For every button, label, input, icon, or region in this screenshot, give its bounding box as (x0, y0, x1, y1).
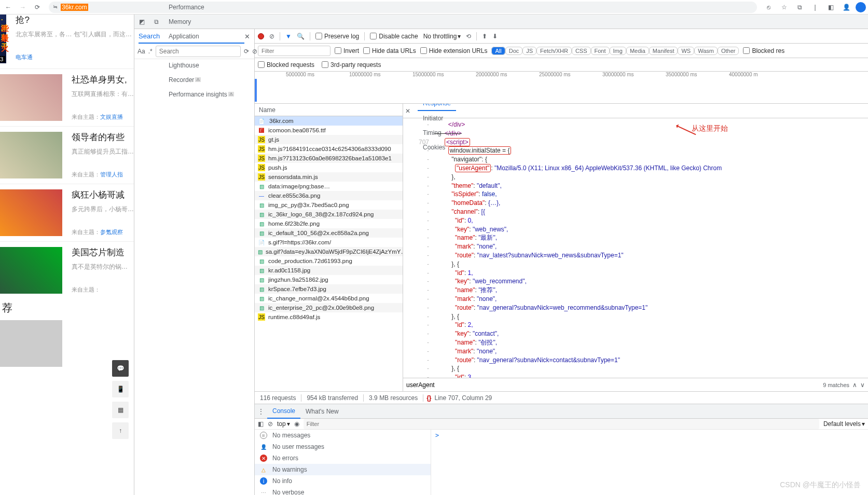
article-thumb[interactable] (0, 320, 62, 367)
request-row[interactable]: ▧ic_default_100_56@2x.ec858a2a.png (255, 228, 403, 238)
filter-pill-doc[interactable]: Doc (505, 47, 523, 55)
sidebar-toggle-icon[interactable]: ◧ (258, 420, 264, 428)
download-icon[interactable]: ⬇ (492, 33, 498, 40)
request-row[interactable]: ▧ic_change_normal@2x.4544b6bd.png (255, 294, 403, 303)
console-tab[interactable]: Console (267, 404, 300, 419)
upload-icon[interactable]: ⬆ (482, 33, 487, 40)
drawer-menu-icon[interactable]: ⋮ (255, 408, 267, 415)
hide-data-urls-checkbox[interactable]: Hide data URLs (363, 47, 416, 54)
message-filter-user[interactable]: 👤No user messages (255, 441, 431, 452)
filter-pill-wasm[interactable]: Wasm (694, 47, 718, 55)
refresh-icon[interactable]: ⟳ (244, 48, 249, 55)
request-row[interactable]: JSpush.js (255, 163, 403, 172)
blocked-requests-checkbox[interactable]: Blocked requests (258, 61, 314, 68)
topic-link[interactable]: 文娱直播 (100, 114, 123, 120)
filter-pill-img[interactable]: Img (610, 47, 626, 55)
request-row[interactable]: 📄36kr.com (255, 116, 403, 126)
inspect-icon[interactable]: ◩ (134, 18, 149, 25)
throttling-select[interactable]: No throttling ▾ (423, 33, 461, 40)
filter-pill-js[interactable]: JS (522, 47, 536, 55)
filter-input[interactable] (258, 46, 330, 56)
request-row[interactable]: JSruntime.c88d49af.js (255, 312, 403, 322)
article-title[interactable]: 抢? (16, 15, 132, 26)
preserve-log-checkbox[interactable]: Preserve log (315, 33, 359, 40)
translate-icon[interactable]: ⎋ (762, 1, 775, 13)
profile-icon[interactable]: 👤 (840, 1, 852, 13)
name-column-header[interactable]: Name (255, 104, 403, 116)
request-row[interactable]: JShm.js?713123c60a0e86982326bae1a51083e1 (255, 154, 403, 163)
request-row[interactable]: ▧kr.ad0c1158.jpg (255, 266, 403, 275)
site-info-icon[interactable]: ≒ (53, 4, 58, 10)
regex-toggle[interactable]: .* (148, 48, 153, 55)
bookmark-icon[interactable]: ☆ (778, 1, 790, 13)
request-row[interactable]: 🅵icomoon.bea08756.ttf (255, 126, 403, 135)
article-title[interactable]: 美国芯片制造 (72, 247, 132, 258)
filter-pill-manifest[interactable]: Manifest (649, 47, 678, 55)
request-row[interactable]: ▧ic_36kr_logo_68_38@2x.187cd924.png (255, 210, 403, 219)
request-row[interactable]: ▧img_pc_py@3x.7bed5ac0.png (255, 200, 403, 210)
sidepanel-icon[interactable]: ◧ (824, 1, 837, 13)
extensions-icon[interactable]: ⧉ (793, 1, 806, 13)
search-input[interactable] (156, 46, 241, 57)
filter-pill-all[interactable]: All (491, 47, 505, 55)
top-button[interactable]: ↑ (112, 422, 129, 439)
forward-button[interactable]: → (17, 1, 29, 13)
topic-link[interactable]: 管理人指 (100, 171, 123, 177)
clear-console-icon[interactable]: ⊘ (268, 420, 273, 428)
article-thumb[interactable] (0, 247, 62, 294)
filter-pill-ws[interactable]: WS (678, 47, 694, 55)
message-filter-err[interactable]: ✕No errors (255, 452, 431, 464)
message-filter-msg[interactable]: ≡No messages (255, 430, 431, 441)
search-icon[interactable]: 🔍 (297, 33, 305, 40)
next-match-icon[interactable]: ∨ (860, 381, 865, 389)
response-search-input[interactable] (406, 381, 820, 389)
context-select[interactable]: top ▾ (277, 420, 290, 428)
topic-link[interactable]: 电车通 (16, 54, 33, 60)
article-title[interactable]: 社恐单身男女, (72, 74, 134, 86)
request-row[interactable]: JSsensorsdata.min.js (255, 172, 403, 182)
log-levels-select[interactable]: Default levels ▾ (823, 420, 865, 428)
filter-pill-media[interactable]: Media (626, 47, 649, 55)
timeline[interactable]: 5000000 ms10000000 ms15000000 ms20000000… (255, 72, 868, 104)
request-row[interactable]: —clear.e855c36a.png (255, 191, 403, 200)
hide-extension-urls-checkbox[interactable]: Hide extension URLs (420, 47, 488, 54)
invert-checkbox[interactable]: Invert (335, 47, 359, 54)
filter-pill-font[interactable]: Font (591, 47, 610, 55)
wifi-icon[interactable]: ⟲ (466, 33, 471, 40)
match-case-toggle[interactable]: Aa (137, 48, 145, 55)
request-row[interactable]: JSgt.js (255, 135, 403, 144)
blocked-response-checkbox[interactable]: Blocked res (743, 47, 784, 54)
message-filter-verb[interactable]: ⋯No verbose (255, 487, 431, 495)
format-icon[interactable]: {} (423, 394, 434, 402)
close-detail-icon[interactable]: ✕ (405, 107, 416, 115)
filter-icon[interactable]: ▼ (285, 33, 292, 40)
request-row[interactable]: ▧ic_enterprise_20_pc@2x.00e9b0e8.png (255, 303, 403, 312)
play-icon[interactable]: ▶ (16, 33, 23, 45)
chat-button[interactable]: 💬 (112, 360, 129, 377)
device-icon[interactable]: ⧉ (149, 18, 163, 25)
article-title[interactable]: 疯狂小杨哥减 (72, 189, 134, 201)
article-title[interactable]: 领导者的有些 (72, 132, 134, 143)
live-expression-icon[interactable]: ◉ (294, 420, 299, 428)
record-button[interactable] (258, 33, 264, 39)
devtools-tab-performance[interactable]: Performance (163, 0, 239, 15)
request-row[interactable]: 📄s.gif?l=https://36kr.com/ (255, 238, 403, 247)
response-body[interactable]: --707----------------------------- </div… (403, 118, 868, 378)
filter-pill-other[interactable]: Other (718, 47, 739, 55)
request-row[interactable]: ▧krSpace.7efbe7d3.jpg (255, 284, 403, 294)
address-bar[interactable]: ≒ 36kr.com (49, 2, 757, 13)
hero-video-thumb[interactable]: ·派刺干 些最火 ▶ 6:53 (0, 15, 6, 63)
clear-button[interactable]: ⊘ (269, 33, 274, 40)
request-row[interactable]: JShm.js?1684191ccae0314c6254306a8333d090 (255, 144, 403, 154)
back-button[interactable]: ← (2, 1, 15, 13)
disable-cache-checkbox[interactable]: Disable cache (370, 33, 418, 40)
request-row[interactable]: ▧sa.gif?data=eyJkaXN0aW5jdF9pZCI6IjE4ZjA… (255, 247, 403, 256)
prev-match-icon[interactable]: ∧ (852, 381, 857, 389)
request-row[interactable]: ▧home.6f23b2fe.png (255, 219, 403, 228)
article-thumb[interactable] (0, 132, 62, 178)
article-thumb[interactable] (0, 74, 62, 121)
request-row[interactable]: ▧data:image/png;base… (255, 182, 403, 191)
console-filter-input[interactable] (304, 419, 819, 429)
qr-button[interactable]: ▦ (112, 402, 129, 418)
close-icon[interactable]: ✕ (244, 33, 250, 40)
